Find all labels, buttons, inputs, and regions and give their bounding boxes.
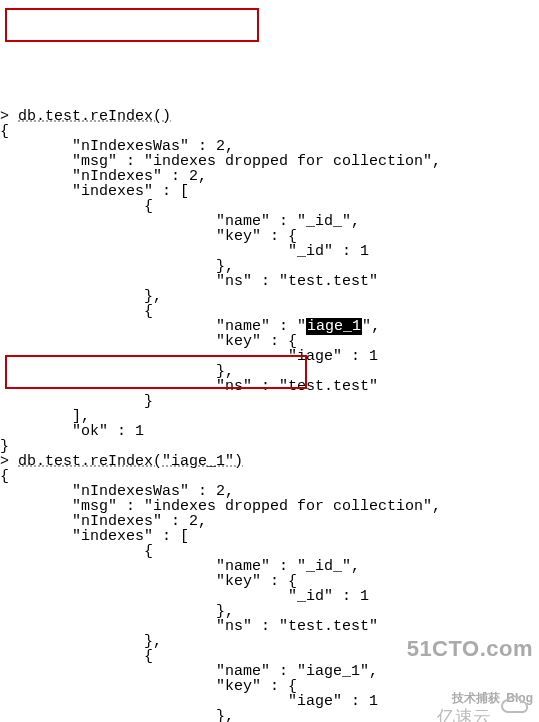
bracket-open: [: [180, 183, 189, 200]
field-label: "iage": [288, 348, 342, 365]
quote: ": [297, 318, 306, 335]
field-label: "_id": [288, 588, 333, 605]
field-value: 2: [189, 513, 198, 530]
brace-open: {: [144, 648, 153, 665]
brace-open: {: [144, 303, 153, 320]
field-label: "key": [216, 228, 261, 245]
field-label: "key": [216, 678, 261, 695]
field-value: "_id_": [297, 558, 351, 575]
highlighted-text: iage_1: [306, 318, 362, 335]
field-value: "test.test": [279, 378, 378, 395]
field-label: "indexes": [72, 183, 153, 200]
field-label: "_id": [288, 243, 333, 260]
watermark-yisu-text: 亿速云: [437, 708, 491, 722]
field-value: "iage_1": [297, 663, 369, 680]
watermark-sub-left: 技术捕获: [452, 691, 500, 705]
terminal-output: > db.test.reIndex() { "nIndexesWas" : 2,…: [0, 108, 441, 722]
field-value: 1: [369, 693, 378, 710]
field-value: 2: [189, 168, 198, 185]
command-2: db.test.reIndex("iage_1"): [18, 453, 243, 470]
field-value: 1: [135, 423, 144, 440]
field-value: "_id_": [297, 213, 351, 230]
field-label: "ns": [216, 273, 252, 290]
field-label: "indexes": [72, 528, 153, 545]
field-value: 1: [360, 243, 369, 260]
brace-close: },: [216, 708, 234, 722]
watermark-main: 51CTO.com: [407, 637, 533, 660]
quote: ": [362, 318, 371, 335]
field-value: "indexes dropped for collection": [144, 498, 432, 515]
field-value: 1: [369, 348, 378, 365]
bracket-open: [: [180, 528, 189, 545]
cloud-icon: [468, 668, 531, 722]
field-value: "indexes dropped for collection": [144, 153, 432, 170]
field-value: "test.test": [279, 273, 378, 290]
brace-close: }: [144, 393, 153, 410]
field-label: "iage": [288, 693, 342, 710]
field-label: "key": [216, 573, 261, 590]
field-label: "ns": [216, 378, 252, 395]
brace-open: {: [144, 543, 153, 560]
highlight-box-1: [5, 8, 259, 42]
command-1: db.test.reIndex(): [18, 108, 171, 125]
brace-open: {: [0, 123, 9, 140]
field-label: "key": [216, 333, 261, 350]
watermark-51cto: 51CTO.com 技术捕获 Blog: [407, 606, 533, 720]
field-label: "ok": [72, 423, 108, 440]
brace-open: {: [144, 198, 153, 215]
field-value: 1: [360, 588, 369, 605]
watermark-sub-right: Blog: [506, 691, 533, 705]
field-value: "test.test": [279, 618, 378, 635]
brace-open: {: [0, 468, 9, 485]
field-label: "ns": [216, 618, 252, 635]
